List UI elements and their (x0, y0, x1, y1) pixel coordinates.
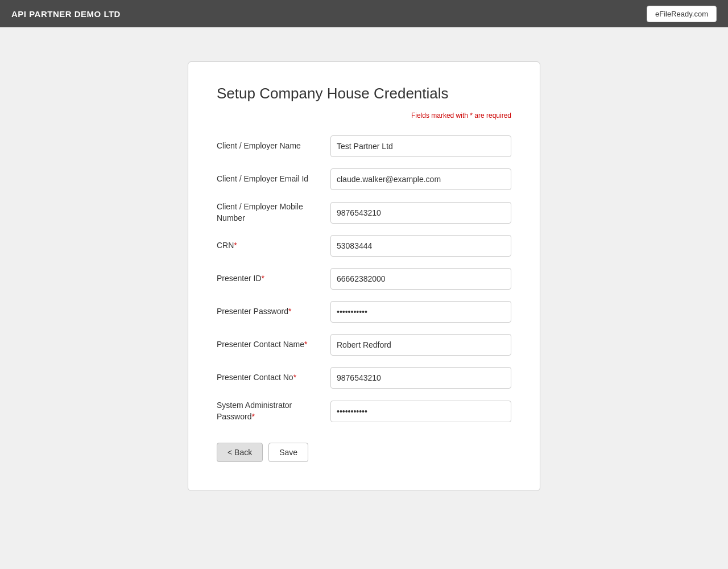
input-crn[interactable] (330, 235, 511, 257)
back-button[interactable]: < Back (217, 443, 263, 462)
label-client-employer-mobile: Client / Employer Mobile Number (217, 201, 330, 224)
form-row-client-employer-email: Client / Employer Email Id (217, 168, 511, 190)
required-note-suffix: are required (474, 112, 511, 119)
required-note: Fields marked with * are required (217, 112, 511, 119)
required-star-presenter-contact-no: * (293, 373, 296, 382)
form-row-presenter-contact-no: Presenter Contact No* (217, 367, 511, 389)
required-star-presenter-id: * (262, 274, 264, 283)
label-presenter-contact-no: Presenter Contact No* (217, 372, 330, 384)
label-crn: CRN* (217, 240, 330, 251)
label-client-employer-email: Client / Employer Email Id (217, 174, 330, 185)
form-row-presenter-contact-name: Presenter Contact Name* (217, 334, 511, 356)
label-presenter-password: Presenter Password* (217, 306, 330, 318)
form-card: Setup Company House Credentials Fields m… (188, 61, 540, 491)
input-client-employer-email[interactable] (330, 168, 511, 190)
form-row-client-employer-name: Client / Employer Name (217, 135, 511, 157)
input-presenter-contact-name[interactable] (330, 334, 511, 356)
required-star-crn: * (234, 241, 237, 250)
form-row-system-admin-password: System Administrator Password* (217, 400, 511, 422)
efileready-link[interactable]: eFileReady.com (647, 6, 717, 22)
input-system-admin-password[interactable] (330, 401, 511, 422)
label-presenter-contact-name: Presenter Contact Name* (217, 339, 330, 351)
input-presenter-contact-no[interactable] (330, 367, 511, 389)
form-row-client-employer-mobile: Client / Employer Mobile Number (217, 201, 511, 224)
app-title: API PARTNER DEMO LTD (11, 9, 121, 19)
label-system-admin-password: System Administrator Password* (217, 400, 330, 422)
input-presenter-id[interactable] (330, 268, 511, 290)
required-star-presenter-contact-name: * (304, 340, 307, 349)
form-actions: < Back Save (217, 443, 511, 462)
page-content: Setup Company House Credentials Fields m… (0, 27, 728, 525)
input-client-employer-name[interactable] (330, 135, 511, 157)
form-row-crn: CRN* (217, 235, 511, 257)
required-star-presenter-password: * (288, 307, 291, 316)
required-star-system-admin-password: * (251, 412, 254, 421)
save-button[interactable]: Save (268, 443, 308, 462)
app-header: API PARTNER DEMO LTD eFileReady.com (0, 0, 728, 27)
form-row-presenter-password: Presenter Password* (217, 301, 511, 323)
input-presenter-password[interactable] (330, 301, 511, 323)
input-client-employer-mobile[interactable] (330, 202, 511, 224)
form-title: Setup Company House Credentials (217, 85, 511, 102)
required-note-text: Fields marked with (411, 112, 468, 119)
form-row-presenter-id: Presenter ID* (217, 268, 511, 290)
form-fields: Client / Employer NameClient / Employer … (217, 135, 511, 422)
label-client-employer-name: Client / Employer Name (217, 141, 330, 152)
label-presenter-id: Presenter ID* (217, 273, 330, 284)
